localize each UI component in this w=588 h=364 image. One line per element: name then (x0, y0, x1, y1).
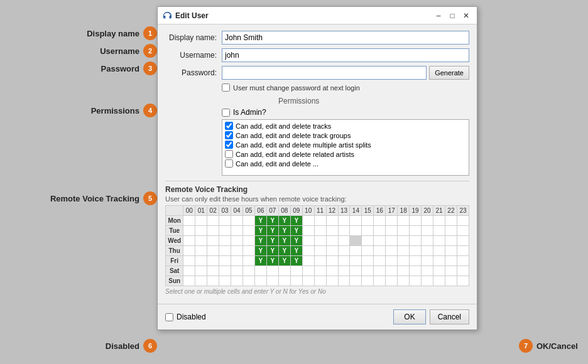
grid-cell-wed-17[interactable] (386, 236, 398, 246)
grid-cell-wed-21[interactable] (433, 236, 445, 246)
grid-cell-sun-16[interactable] (374, 276, 386, 286)
grid-cell-wed-6[interactable]: Y (254, 236, 266, 246)
grid-cell-thu-7[interactable]: Y (266, 246, 278, 256)
grid-cell-thu-11[interactable] (314, 246, 326, 256)
grid-cell-thu-16[interactable] (374, 246, 386, 256)
grid-cell-sat-12[interactable] (326, 266, 338, 276)
grid-cell-thu-21[interactable] (433, 246, 445, 256)
grid-cell-tue-8[interactable]: Y (278, 226, 290, 236)
grid-cell-thu-6[interactable]: Y (254, 246, 266, 256)
grid-cell-fri-12[interactable] (326, 256, 338, 266)
grid-cell-mon-7[interactable]: Y (266, 216, 278, 226)
grid-cell-mon-4[interactable] (231, 216, 243, 226)
grid-cell-mon-10[interactable] (302, 216, 314, 226)
grid-cell-mon-11[interactable] (314, 216, 326, 226)
minimize-button[interactable]: – (433, 10, 444, 21)
grid-cell-thu-3[interactable] (219, 246, 231, 256)
grid-cell-fri-2[interactable] (207, 256, 219, 266)
grid-cell-thu-12[interactable] (326, 246, 338, 256)
grid-cell-fri-4[interactable] (231, 256, 243, 266)
close-button[interactable]: ✕ (460, 10, 472, 21)
grid-cell-fri-6[interactable]: Y (254, 256, 266, 266)
grid-cell-fri-5[interactable] (243, 256, 255, 266)
grid-cell-sun-4[interactable] (231, 276, 243, 286)
grid-cell-tue-12[interactable] (326, 226, 338, 236)
grid-cell-mon-0[interactable] (183, 216, 195, 226)
grid-cell-sat-18[interactable] (398, 266, 410, 276)
grid-cell-fri-9[interactable]: Y (290, 256, 302, 266)
grid-cell-tue-10[interactable] (302, 226, 314, 236)
grid-cell-tue-7[interactable]: Y (266, 226, 278, 236)
grid-cell-mon-18[interactable] (398, 216, 410, 226)
grid-cell-tue-22[interactable] (445, 226, 457, 236)
grid-cell-sat-9[interactable] (290, 266, 302, 276)
grid-cell-mon-8[interactable]: Y (278, 216, 290, 226)
grid-cell-wed-3[interactable] (219, 236, 231, 246)
grid-cell-mon-9[interactable]: Y (290, 216, 302, 226)
perm-artist-splits-checkbox[interactable] (225, 141, 233, 149)
grid-cell-mon-21[interactable] (433, 216, 445, 226)
grid-cell-sun-22[interactable] (445, 276, 457, 286)
grid-cell-tue-0[interactable] (183, 226, 195, 236)
grid-cell-sun-6[interactable] (254, 276, 266, 286)
grid-cell-mon-16[interactable] (374, 216, 386, 226)
grid-cell-sun-1[interactable] (195, 276, 207, 286)
grid-cell-sun-21[interactable] (433, 276, 445, 286)
grid-cell-sat-11[interactable] (314, 266, 326, 276)
grid-cell-thu-8[interactable]: Y (278, 246, 290, 256)
grid-cell-thu-9[interactable]: Y (290, 246, 302, 256)
grid-cell-sun-18[interactable] (398, 276, 410, 286)
perm-track-groups-checkbox[interactable] (225, 131, 233, 139)
grid-cell-thu-18[interactable] (398, 246, 410, 256)
grid-cell-sun-15[interactable] (362, 276, 374, 286)
grid-cell-mon-14[interactable] (350, 216, 362, 226)
grid-cell-fri-20[interactable] (422, 256, 433, 266)
grid-cell-wed-7[interactable]: Y (266, 236, 278, 246)
grid-cell-sun-20[interactable] (422, 276, 433, 286)
grid-cell-tue-17[interactable] (386, 226, 398, 236)
grid-cell-tue-1[interactable] (195, 226, 207, 236)
must-change-password-checkbox[interactable] (222, 83, 230, 92)
grid-cell-tue-11[interactable] (314, 226, 326, 236)
perm-tracks-checkbox[interactable] (225, 122, 233, 130)
time-grid-body[interactable]: MonYYYYTueYYYYWedYYYYThuYYYYFriYYYYSatSu… (166, 216, 469, 286)
grid-cell-tue-16[interactable] (374, 226, 386, 236)
grid-cell-sat-8[interactable] (278, 266, 290, 276)
grid-cell-tue-20[interactable] (422, 226, 433, 236)
grid-cell-fri-13[interactable] (338, 256, 350, 266)
grid-cell-sat-15[interactable] (362, 266, 374, 276)
grid-cell-thu-17[interactable] (386, 246, 398, 256)
grid-cell-fri-15[interactable] (362, 256, 374, 266)
grid-cell-wed-23[interactable] (457, 236, 469, 246)
username-input[interactable] (222, 48, 469, 62)
grid-cell-sat-17[interactable] (386, 266, 398, 276)
grid-cell-tue-23[interactable] (457, 226, 469, 236)
grid-cell-wed-4[interactable] (231, 236, 243, 246)
grid-cell-thu-15[interactable] (362, 246, 374, 256)
grid-cell-mon-20[interactable] (422, 216, 433, 226)
cancel-button[interactable]: Cancel (430, 309, 469, 324)
grid-cell-sat-0[interactable] (183, 266, 195, 276)
grid-cell-sat-21[interactable] (433, 266, 445, 276)
grid-cell-thu-19[interactable] (410, 246, 422, 256)
grid-cell-sun-9[interactable] (290, 276, 302, 286)
grid-cell-wed-1[interactable] (195, 236, 207, 246)
grid-cell-fri-11[interactable] (314, 256, 326, 266)
grid-cell-thu-22[interactable] (445, 246, 457, 256)
grid-cell-wed-9[interactable]: Y (290, 236, 302, 246)
grid-cell-sun-5[interactable] (243, 276, 255, 286)
grid-cell-wed-5[interactable] (243, 236, 255, 246)
grid-cell-sat-10[interactable] (302, 266, 314, 276)
grid-cell-sun-17[interactable] (386, 276, 398, 286)
ok-button[interactable]: OK (393, 309, 425, 324)
grid-cell-sat-14[interactable] (350, 266, 362, 276)
grid-cell-fri-16[interactable] (374, 256, 386, 266)
grid-cell-wed-12[interactable] (326, 236, 338, 246)
grid-cell-sat-16[interactable] (374, 266, 386, 276)
grid-cell-tue-18[interactable] (398, 226, 410, 236)
grid-cell-thu-14[interactable] (350, 246, 362, 256)
grid-cell-mon-12[interactable] (326, 216, 338, 226)
grid-cell-mon-13[interactable] (338, 216, 350, 226)
grid-cell-wed-8[interactable]: Y (278, 236, 290, 246)
grid-cell-fri-3[interactable] (219, 256, 231, 266)
